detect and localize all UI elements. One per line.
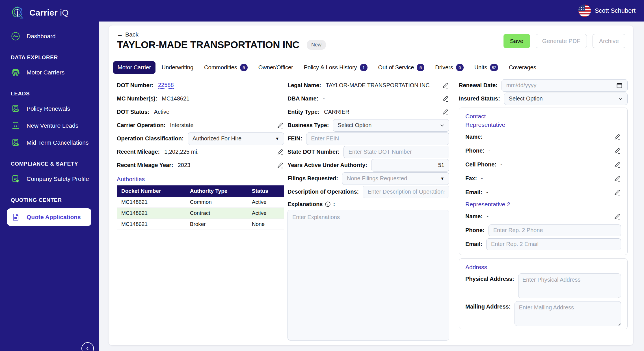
edit-icon[interactable] [442, 108, 449, 116]
carrier-iq-logo-icon [10, 5, 25, 20]
explanations-textarea[interactable] [288, 210, 449, 341]
description-operations-field[interactable] [363, 186, 449, 198]
edit-icon[interactable] [614, 189, 621, 196]
us-flag-avatar [578, 5, 591, 17]
years-active-label: Years Active Under Authority: [288, 162, 367, 168]
rep1-cell-value: - [500, 161, 502, 168]
sidebar-item-dashboard[interactable]: Dashboard [0, 28, 99, 45]
sidebar-item-policy-renewals[interactable]: Policy Renewals [0, 100, 99, 117]
tab-owner-officer[interactable]: Owner/Officer [254, 61, 298, 74]
explanations-label: Explanations [288, 201, 323, 207]
state-dot-number-field[interactable] [343, 146, 449, 158]
representative-title: Representative [465, 121, 621, 128]
table-row[interactable]: MC148621 Contract Active [117, 208, 284, 219]
edit-icon[interactable] [614, 175, 621, 182]
representative2-title: Representative 2 [465, 201, 621, 208]
description-operations-label: Description of Operations: [288, 189, 359, 195]
edit-icon[interactable] [277, 148, 284, 156]
status-badge: New [307, 40, 326, 50]
middle-column: Legal Name: TAYLOR-MADE TRANSPORTATION I… [288, 79, 449, 342]
sidebar-item-new-venture-leads[interactable]: New Venture Leads [0, 117, 99, 134]
edit-icon[interactable] [614, 213, 621, 220]
state-dot-number-input[interactable] [348, 149, 444, 155]
state-dot-number-label: State DOT Number: [288, 149, 340, 155]
shield-check-document-icon [11, 174, 20, 184]
operation-classification-select[interactable]: Authorized For Hire ▼ [188, 132, 284, 145]
dot-status-value: Active [154, 109, 169, 115]
calendar-icon[interactable] [616, 82, 623, 89]
tab-motor-carrier[interactable]: Motor Carrier [113, 61, 155, 74]
mc-numbers-label: MC Number(s): [117, 95, 157, 102]
archive-button[interactable]: Archive [593, 34, 625, 48]
sidebar-section-compliance-safety: COMPLIANCE & SAFETY [0, 151, 99, 170]
dba-name-value: - [323, 95, 325, 102]
sidebar-item-quote-applications[interactable]: Quote Applications [7, 208, 91, 226]
rep1-name-value: - [487, 134, 489, 140]
edit-icon[interactable] [614, 147, 621, 155]
sidebar-collapse-button[interactable] [81, 342, 94, 351]
tab-out-of-service[interactable]: Out of Service5 [374, 61, 429, 74]
brand-logo[interactable]: Carrier iQ [0, 0, 99, 22]
tab-units[interactable]: Units82 [470, 61, 503, 74]
renewal-date-label: Renewal Date: [459, 82, 498, 89]
table-row[interactable]: MC148621 Broker None [117, 219, 284, 230]
insured-status-label: Insured Status: [459, 95, 500, 102]
edit-icon[interactable] [442, 95, 449, 102]
quote-document-icon [11, 212, 20, 222]
rep2-phone-field[interactable] [489, 224, 621, 236]
edit-icon[interactable] [277, 122, 284, 129]
save-button[interactable]: Save [503, 34, 530, 48]
carrier-operation-value: Interstate [170, 122, 193, 129]
sidebar-item-mid-term-cancellations[interactable]: Mid-Term Cancellations [0, 134, 99, 151]
user-name: Scott Schubert [595, 7, 636, 14]
tab-policy-loss-history[interactable]: Policy & Loss History1 [299, 61, 372, 74]
sidebar-item-label: Policy Renewals [27, 105, 70, 112]
fein-field[interactable] [306, 132, 449, 145]
user-menu[interactable]: Scott Schubert [578, 5, 636, 17]
physical-address-label: Physical Address: [465, 276, 514, 282]
sidebar-section-quoting-center: QUOTING CENTER [0, 187, 99, 207]
rep2-email-field[interactable] [486, 238, 621, 250]
contact-title: Contact [465, 113, 621, 120]
sidebar-item-label: Motor Carriers [27, 69, 64, 76]
insured-status-select[interactable]: Select Option [504, 93, 628, 105]
tab-drivers[interactable]: Drivers0 [431, 61, 468, 74]
physical-address-textarea[interactable] [518, 273, 621, 298]
sidebar-item-label: Dashboard [27, 33, 56, 40]
tab-underwriting[interactable]: Underwriting [157, 61, 198, 74]
rep2-phone-input[interactable] [493, 227, 616, 234]
info-icon[interactable] [325, 201, 331, 207]
dot-number-label: DOT Number: [117, 82, 154, 89]
chevron-down-icon [618, 97, 623, 101]
mailing-address-textarea[interactable] [515, 301, 621, 326]
contact-card: Contact Representative Name: - Phone: - … [459, 108, 628, 255]
generate-pdf-button[interactable]: Generate PDF [536, 34, 587, 48]
rep1-email-value: - [486, 189, 488, 196]
business-type-select[interactable]: Select Option [333, 119, 449, 132]
fein-input[interactable] [311, 135, 444, 142]
recent-mileage-year-label: Recent Mileage Year: [117, 162, 173, 168]
years-active-input[interactable] [376, 162, 444, 168]
right-column: Renewal Date: mm/dd/yyyy Insured Status:… [459, 79, 628, 329]
filings-requested-select[interactable]: None Filings Requested ▼ [342, 172, 449, 185]
renewal-date-field[interactable]: mm/dd/yyyy [502, 79, 628, 92]
edit-icon[interactable] [614, 133, 621, 141]
table-row[interactable]: MC148621 Common Active [117, 197, 284, 208]
dot-number-link[interactable]: 22588 [158, 82, 174, 89]
address-card: Address Physical Address: Mailing Addres… [459, 258, 628, 329]
edit-icon[interactable] [614, 161, 621, 168]
tab-badge: 0 [456, 64, 464, 71]
back-link[interactable]: ← Back [117, 31, 139, 38]
edit-icon[interactable] [277, 162, 284, 169]
years-active-field[interactable] [371, 159, 449, 172]
rep2-email-input[interactable] [491, 241, 616, 247]
tab-badge: 5 [240, 64, 248, 71]
sidebar-item-motor-carriers[interactable]: Motor Carriers [0, 64, 99, 81]
tab-coverages[interactable]: Coverages [504, 61, 541, 74]
rep1-fax-value: - [481, 175, 483, 182]
edit-icon[interactable] [442, 82, 449, 89]
sidebar-item-company-safety-profile[interactable]: Company Safety Profile [0, 170, 99, 187]
dropdown-arrow-icon: ▼ [437, 176, 444, 181]
description-operations-input[interactable] [368, 189, 444, 195]
tab-commodities[interactable]: Commodities5 [200, 61, 252, 74]
